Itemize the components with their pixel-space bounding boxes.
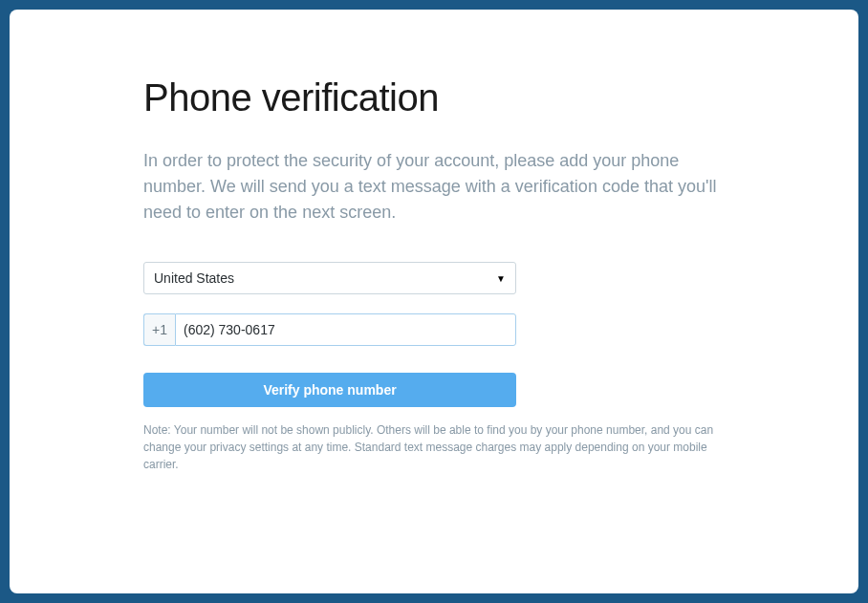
page-title: Phone verification <box>143 76 725 119</box>
country-selected-label: United States <box>154 270 234 286</box>
country-select[interactable]: United States ▼ <box>143 262 516 294</box>
page-description: In order to protect the security of your… <box>143 148 725 226</box>
verify-button[interactable]: Verify phone number <box>143 373 516 407</box>
country-code-prefix: +1 <box>143 313 175 346</box>
privacy-note: Note: Your number will not be shown publ… <box>143 421 725 473</box>
phone-row: +1 <box>143 313 516 346</box>
phone-input[interactable] <box>175 313 516 346</box>
chevron-down-icon: ▼ <box>496 273 506 284</box>
verification-card: Phone verification In order to protect t… <box>10 10 858 593</box>
